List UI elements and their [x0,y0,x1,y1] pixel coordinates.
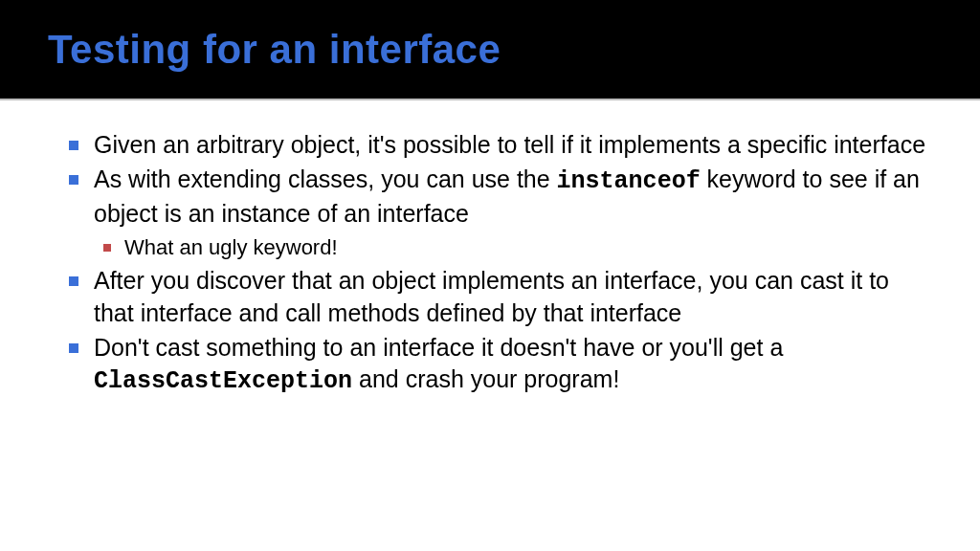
slide-content: Given an arbitrary object, it's possible… [0,100,980,398]
list-item: Given an arbitrary object, it's possible… [67,129,932,162]
bullet-list: Given an arbitrary object, it's possible… [67,129,932,398]
list-item: As with extending classes, you can use t… [67,164,932,263]
slide-header: Testing for an interface [0,0,980,100]
slide-title: Testing for an interface [48,27,501,73]
bullet-text-pre: Don't cast something to an interface it … [94,334,783,361]
list-item: Don't cast something to an interface it … [67,332,932,399]
bullet-text: Given an arbitrary object, it's possible… [94,131,925,158]
code-keyword: ClassCastException [94,367,352,395]
list-item: What an ugly keyword! [101,233,932,263]
code-keyword: instanceof [557,167,701,195]
bullet-text-post: and crash your program! [352,365,619,392]
bullet-text: After you discover that an object implem… [94,267,889,326]
bullet-text-pre: As with extending classes, you can use t… [94,165,557,192]
list-item: After you discover that an object implem… [67,265,932,330]
sub-bullet-text: What an ugly keyword! [124,235,338,259]
sub-bullet-list: What an ugly keyword! [94,233,932,263]
